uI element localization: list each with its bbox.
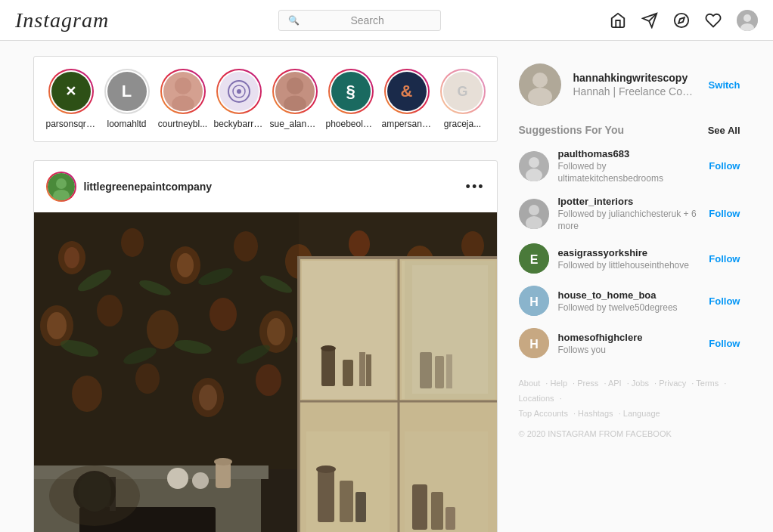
profile-block: hannahkingwritescopy Hannah | Freelance … — [519, 63, 740, 106]
svg-point-90 — [316, 466, 336, 473]
suggestion-item-homesofhighclere: H homesofhighclere Follows you Follow — [519, 328, 740, 358]
svg-rect-95 — [445, 507, 455, 530]
svg-point-104 — [529, 157, 539, 168]
story-username: parsonsqre... — [46, 119, 96, 129]
footer-link-locations[interactable]: Locations — [519, 394, 554, 403]
post-image — [34, 212, 497, 532]
svg-point-12 — [286, 77, 303, 94]
suggestion-followed-by: Followed by twelve50degrees — [558, 302, 678, 313]
footer-link-jobs[interactable]: Jobs — [632, 379, 649, 388]
suggestion-avatar[interactable] — [519, 199, 549, 229]
story-avatar-ring — [160, 69, 206, 114]
svg-rect-79 — [321, 348, 335, 386]
svg-point-28 — [461, 231, 484, 260]
story-item[interactable]: § phoebeoldr... — [326, 69, 376, 129]
profile-fullname: Hannah | Freelance Copyw... — [573, 85, 694, 97]
suggestion-info: house_to_home_boa Followed by twelve50de… — [558, 289, 700, 313]
story-avatar-img: § — [331, 72, 371, 111]
story-avatar-img — [275, 72, 315, 111]
suggestion-avatar[interactable]: E — [519, 243, 549, 274]
story-item[interactable]: beckybarrac... — [214, 69, 264, 129]
svg-point-26 — [349, 230, 370, 258]
stories-list: ✕ parsonsqre... L loomahltd — [34, 69, 497, 129]
footer-link-hashtags[interactable]: Hashtags — [578, 409, 613, 418]
heart-icon[interactable] — [705, 12, 722, 29]
post-more-button[interactable]: ••• — [466, 179, 485, 195]
suggestion-username[interactable]: homesofhighclere — [558, 332, 700, 343]
post-header-left: littlegreenepaintcompany — [46, 172, 213, 202]
suggestion-avatar[interactable]: H — [519, 328, 549, 358]
footer-link-press[interactable]: Press — [577, 379, 598, 388]
story-item[interactable]: L loomahltd — [102, 69, 152, 129]
footer-link-api[interactable]: API — [608, 379, 622, 388]
story-username: beckybarrac... — [214, 119, 264, 129]
story-item[interactable]: G graceja... — [438, 69, 488, 129]
follow-button-lpotter[interactable]: Follow — [709, 208, 740, 219]
suggestion-info: homesofhighclere Follows you — [558, 332, 700, 355]
footer-link-top-accounts[interactable]: Top Accounts — [519, 409, 568, 418]
story-item[interactable]: & ampersand_... — [382, 69, 432, 129]
footer-link-language[interactable]: Language — [623, 409, 660, 418]
svg-rect-93 — [412, 484, 427, 530]
profile-avatar-icon[interactable] — [737, 10, 758, 31]
svg-point-15 — [56, 178, 67, 189]
story-item[interactable]: courtneybl... — [158, 69, 208, 129]
header-icons — [610, 10, 758, 31]
suggestion-item-housetohome: H house_to_home_boa Followed by twelve50… — [519, 286, 740, 316]
post-header: littlegreenepaintcompany ••• — [34, 161, 497, 212]
story-avatar-img: G — [443, 72, 483, 111]
post-user-avatar[interactable] — [46, 172, 76, 202]
story-avatar-img: ✕ — [51, 72, 91, 111]
profile-username[interactable]: hannahkingwritescopy — [573, 72, 697, 84]
svg-point-8 — [172, 96, 194, 111]
story-avatar-ring: & — [384, 69, 430, 114]
svg-text:H: H — [529, 338, 539, 351]
story-avatar-ring: G — [440, 69, 486, 114]
suggestion-username[interactable]: paulthomas683 — [558, 148, 700, 159]
svg-rect-91 — [340, 481, 353, 522]
svg-rect-94 — [431, 492, 443, 530]
story-avatar-img: & — [387, 72, 427, 111]
sidebar: hannahkingwritescopy Hannah | Freelance … — [519, 56, 740, 442]
follow-button-housetohome[interactable]: Follow — [709, 295, 740, 307]
story-item[interactable]: sue_alanho... — [270, 69, 320, 129]
footer-link-help[interactable]: Help — [550, 379, 567, 388]
search-bar[interactable]: 🔍 — [278, 10, 441, 31]
suggestions-title: Suggestions For You — [519, 124, 625, 136]
follow-button-homesofhighclere[interactable]: Follow — [709, 338, 740, 349]
footer-link-about[interactable]: About — [519, 379, 541, 388]
follow-button-paulthomas683[interactable]: Follow — [709, 160, 740, 172]
suggestion-info: paulthomas683 Followed by ultimatekitche… — [558, 148, 700, 184]
suggestion-followed-by: Followed by julianchichesteruk + 6 more — [558, 209, 697, 231]
home-icon[interactable] — [610, 12, 626, 29]
footer-links: About · Help · Press · API · Jobs · Priv… — [519, 376, 740, 442]
suggestion-avatar[interactable]: H — [519, 286, 549, 316]
suggestion-avatar[interactable] — [519, 151, 549, 181]
post-card: littlegreenepaintcompany ••• — [33, 160, 498, 532]
story-avatar-ring — [272, 69, 318, 114]
svg-rect-82 — [359, 352, 365, 386]
svg-rect-97 — [412, 265, 488, 394]
suggestion-username[interactable]: house_to_home_boa — [558, 289, 700, 301]
profile-avatar[interactable] — [519, 63, 561, 106]
switch-button[interactable]: Switch — [709, 79, 740, 91]
svg-rect-89 — [318, 469, 334, 522]
send-icon[interactable] — [641, 12, 658, 29]
follow-button-easigrass[interactable]: Follow — [709, 253, 740, 264]
suggestion-info: easigrassyorkshire Followed by littlehou… — [558, 247, 700, 271]
main-layout: ✕ parsonsqre... L loomahltd — [33, 0, 740, 532]
suggestions-header: Suggestions For You See All — [519, 124, 740, 136]
suggestion-username[interactable]: lpotter_interiors — [558, 196, 700, 207]
svg-rect-83 — [366, 354, 371, 386]
post-username[interactable]: littlegreenepaintcompany — [84, 181, 213, 193]
see-all-button[interactable]: See All — [708, 125, 740, 136]
svg-text:E: E — [529, 253, 538, 266]
search-input[interactable] — [304, 14, 431, 26]
svg-point-2 — [675, 13, 688, 26]
footer-link-terms[interactable]: Terms — [696, 379, 719, 388]
footer-link-privacy[interactable]: Privacy — [659, 379, 686, 388]
story-item[interactable]: ✕ parsonsqre... — [46, 69, 96, 129]
story-avatar-ring: ✕ — [48, 69, 94, 114]
compass-icon[interactable] — [673, 12, 690, 29]
suggestion-username[interactable]: easigrassyorkshire — [558, 247, 700, 258]
